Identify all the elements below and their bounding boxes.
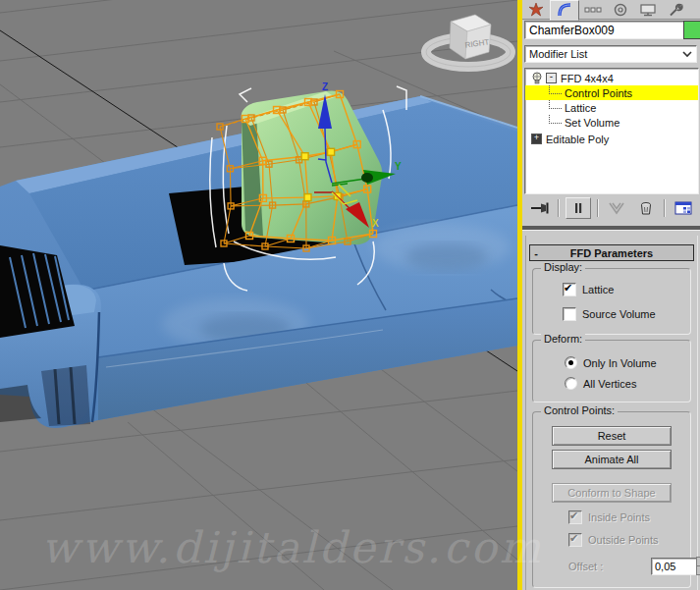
conform-to-shape-button[interactable]: Conform to Shape <box>552 483 672 503</box>
modifier-stack: - FFD 4x4x4 Control Points Lattice Set V… <box>524 68 699 194</box>
tree-line <box>549 85 562 94</box>
remove-modifier-icon <box>638 201 654 216</box>
stack-item-label: Editable Poly <box>546 134 609 145</box>
panel-divider <box>522 226 700 231</box>
tab-display[interactable] <box>634 1 662 19</box>
tab-motion[interactable] <box>607 1 634 19</box>
motion-icon <box>613 2 628 18</box>
control-points-group-label: Control Points: <box>541 404 618 416</box>
create-icon <box>528 2 544 18</box>
collapse-icon: - <box>530 247 542 259</box>
outside-points-label: Outside Points <box>588 534 659 546</box>
inside-points-label: Inside Points <box>588 511 650 523</box>
stack-item-editable-poly[interactable]: + Editable Poly <box>525 132 698 146</box>
expand-icon[interactable]: + <box>531 134 542 144</box>
right-cube-object[interactable]: RIGHT <box>426 15 511 67</box>
stack-item-control-points[interactable]: Control Points <box>525 85 698 100</box>
gizmo-z-label: Z <box>322 81 328 92</box>
configure-modifier-sets-icon <box>674 201 692 216</box>
gizmo-y-label: Y <box>395 161 402 172</box>
show-end-result-icon <box>571 201 585 215</box>
pin-stack-icon <box>529 200 551 216</box>
outside-points-checkbox[interactable] <box>568 533 582 547</box>
command-panel-tabs <box>522 0 700 20</box>
animate-all-button[interactable]: Animate All <box>552 450 672 469</box>
stack-item-label: Control Points <box>565 87 632 99</box>
stack-item-label: Set Volume <box>565 117 619 129</box>
all-vertices-radio[interactable] <box>565 377 577 390</box>
toolbar-separator <box>664 199 666 217</box>
deform-group-label: Deform: <box>541 333 585 345</box>
stack-item-label: Lattice <box>565 102 596 114</box>
show-end-result-button[interactable] <box>565 197 591 219</box>
make-unique-icon <box>608 201 625 216</box>
hierarchy-icon <box>584 2 602 18</box>
collapse-icon[interactable]: - <box>546 73 557 83</box>
rollout-header[interactable]: - FFD Parameters <box>529 244 694 261</box>
utilities-icon <box>668 2 683 18</box>
display-group-label: Display: <box>541 261 585 273</box>
object-name-field[interactable] <box>524 21 688 39</box>
offset-spin-down[interactable]: ▼ <box>696 565 700 575</box>
modifier-list-label: Modifier List <box>529 48 587 60</box>
rollout-title: FFD Parameters <box>542 247 681 259</box>
stack-item-lattice[interactable]: Lattice <box>525 100 698 115</box>
offset-label: Offset : <box>568 561 603 572</box>
stack-item-set-volume[interactable]: Set Volume <box>525 115 698 130</box>
chevron-down-icon <box>682 48 692 60</box>
only-in-volume-label: Only In Volume <box>583 357 657 369</box>
modify-icon <box>557 2 572 18</box>
source-volume-checkbox-label: Source Volume <box>582 308 656 320</box>
tab-hierarchy[interactable] <box>579 1 607 19</box>
ffd-parameters-rollout: - FFD Parameters Display: Lattice Source… <box>525 236 698 590</box>
3dsmax-window: RIGHT <box>0 0 700 590</box>
source-volume-checkbox[interactable] <box>563 307 576 321</box>
reset-button[interactable]: Reset <box>552 426 672 446</box>
stack-item-ffd[interactable]: - FFD 4x4x4 <box>525 71 698 85</box>
display-icon <box>639 2 657 18</box>
offset-field[interactable] <box>651 558 700 575</box>
command-panel: Modifier List - FFD 4x4x4 Control Points <box>522 0 700 590</box>
tab-create[interactable] <box>522 1 550 19</box>
bulb-icon <box>531 72 543 84</box>
toolbar-separator <box>558 199 560 217</box>
tab-modify[interactable] <box>550 0 579 21</box>
toolbar-separator <box>597 199 599 217</box>
stack-toolbar <box>522 196 700 220</box>
tree-line <box>549 115 562 124</box>
configure-modifier-sets-button[interactable] <box>672 198 695 218</box>
stack-item-label: FFD 4x4x4 <box>561 73 614 84</box>
pin-stack-button[interactable] <box>528 198 552 218</box>
inside-points-checkbox[interactable] <box>568 510 582 524</box>
tab-utilities[interactable] <box>662 1 689 19</box>
gizmo-x-label: X <box>372 218 379 229</box>
make-unique-button[interactable] <box>605 198 628 218</box>
display-group: Display: Lattice Source Volume <box>532 268 691 335</box>
lattice-checkbox[interactable] <box>563 283 576 296</box>
lattice-checkbox-label: Lattice <box>582 284 614 295</box>
object-color-swatch[interactable] <box>683 21 700 39</box>
all-vertices-label: All Vertices <box>583 378 636 390</box>
viewport-canvas[interactable]: RIGHT <box>0 0 517 590</box>
control-points-group: Control Points: Reset Animate All Confor… <box>532 411 691 588</box>
only-in-volume-radio[interactable] <box>565 356 577 369</box>
modifier-list-dropdown[interactable]: Modifier List <box>524 45 697 63</box>
tree-line <box>549 100 562 109</box>
remove-modifier-button[interactable] <box>634 198 658 218</box>
deform-group: Deform: Only In Volume All Vertices <box>532 340 691 402</box>
